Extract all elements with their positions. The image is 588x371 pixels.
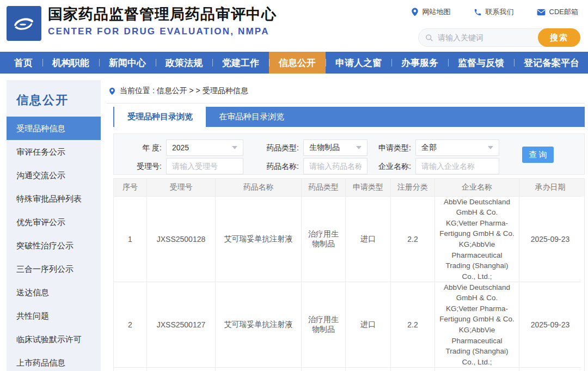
tab-under-review-catalog[interactable]: 在审品种目录浏览	[206, 107, 297, 127]
table-row[interactable]: 2 JXSS2500127 艾可瑞妥单抗注射液 治疗用生物制品 进口 2.2 A…	[114, 282, 584, 368]
cde-mail-link[interactable]: CDE邮箱	[537, 7, 578, 17]
sidebar-item-three-in-one[interactable]: 三合一序列公示	[7, 257, 101, 281]
phone-icon	[474, 8, 482, 16]
breadcrumb-text: 当前位置 : 信息公开 > > 受理品种信息	[120, 86, 248, 96]
drug-type-select-value: 生物制品	[309, 143, 340, 153]
year-select[interactable]: 2025	[166, 139, 243, 156]
mail-icon	[537, 9, 546, 16]
acceptance-no-input[interactable]	[172, 162, 237, 171]
sidebar-item-accepted-varieties[interactable]: 受理品种信息	[7, 117, 101, 140]
sidebar-title: 信息公开	[7, 80, 101, 117]
chevron-down-icon	[356, 146, 362, 149]
cde-mail-link-label: CDE邮箱	[549, 7, 578, 17]
breadcrumb-pin-icon	[109, 87, 115, 95]
query-button[interactable]: 查询	[522, 147, 554, 163]
sidebar-item-delivery-info[interactable]: 送达信息	[7, 281, 101, 304]
sidebar-item-breakthrough-therapy[interactable]: 突破性治疗公示	[7, 234, 101, 257]
nav-item-registration-platform[interactable]: 登记备案平台	[514, 52, 588, 74]
chevron-down-icon	[232, 146, 237, 149]
sitemap-link[interactable]: 网站地图	[411, 7, 451, 17]
nav-item-policies[interactable]: 政策法规	[156, 52, 212, 74]
tab-accepted-catalog[interactable]: 受理品种目录浏览	[114, 107, 206, 127]
cell-apply-type: 进口	[346, 282, 391, 368]
cell-registration-class: 2.2	[391, 197, 435, 282]
col-header-drug-type: 药品类型	[302, 179, 346, 197]
cell-acceptance-no: JXSS2500127	[147, 282, 216, 368]
acceptance-no-field	[166, 158, 243, 174]
results-table: 序号 受理号 药品名称 药品类型 申请类型 注册分类 企业名称 承办日期 1 J…	[113, 178, 585, 371]
site-title-chinese: 国家药品监督管理局药品审评中心	[48, 5, 277, 23]
cell-drug-type: 治疗用生物制品	[302, 197, 346, 282]
breadcrumb-divider	[107, 103, 585, 104]
sidebar-item-marketed-drugs[interactable]: 上市药品信息	[7, 351, 101, 371]
table-header-row: 序号 受理号 药品名称 药品类型 申请类型 注册分类 企业名称 承办日期	[114, 179, 584, 197]
nav-item-applicant-window[interactable]: 申请人之窗	[326, 52, 391, 74]
cell-handle-date: 2025-09-23	[519, 197, 581, 282]
drug-type-select[interactable]: 生物制品	[303, 139, 367, 156]
apply-type-label: 申请类型:	[363, 139, 411, 156]
cell-drug-name: 艾可瑞妥单抗注射液	[216, 197, 302, 282]
sidebar-item-common-issues[interactable]: 共性问题	[7, 304, 101, 327]
cell-registration-class: 2.2	[391, 282, 435, 368]
sidebar-item-clinical-trial-implied-license[interactable]: 临床试验默示许可	[7, 327, 101, 351]
sidebar-item-communication[interactable]: 沟通交流公示	[7, 163, 101, 187]
drug-type-label: 药品类型:	[251, 139, 299, 156]
site-search-bar: 搜索	[418, 28, 580, 47]
cde-logo-swoosh-icon	[10, 9, 38, 38]
col-header-company: 企业名称	[435, 179, 519, 197]
nav-item-org-functions[interactable]: 机构职能	[42, 52, 99, 74]
contact-us-link-label: 联系我们	[486, 7, 514, 17]
table-row[interactable]: 1 JXSS2500128 艾可瑞妥单抗注射液 治疗用生物制品 进口 2.2 A…	[114, 197, 584, 282]
table-row-partial	[114, 368, 584, 371]
company-name-label: 企业名称:	[363, 158, 411, 174]
nav-item-info-disclosure[interactable]: 信息公开	[269, 52, 326, 74]
cell-company: AbbVie Deutschland GmbH & Co. KG;Vetter …	[435, 197, 519, 282]
nav-item-party-building[interactable]: 党建工作	[212, 52, 269, 74]
site-header: 国家药品监督管理局药品审评中心 CENTER FOR DRUG EVALUATI…	[0, 0, 588, 52]
sidebar: 信息公开 受理品种信息 审评任务公示 沟通交流公示 特殊审批品种列表 优先审评公…	[7, 80, 101, 371]
cell-acceptance-no: JXSS2500128	[147, 197, 216, 282]
nav-item-supervision-feedback[interactable]: 监督与反馈	[448, 52, 514, 74]
cell-handle-date: 2025-09-23	[519, 282, 581, 368]
apply-type-select[interactable]: 全部	[415, 139, 499, 156]
chevron-down-icon	[488, 146, 493, 149]
cell-drug-type: 治疗用生物制品	[302, 282, 346, 368]
search-button[interactable]: 搜索	[538, 28, 580, 47]
search-icon	[425, 34, 433, 42]
location-pin-icon	[411, 8, 419, 16]
col-header-seq: 序号	[114, 179, 147, 197]
nav-item-services[interactable]: 办事服务	[391, 52, 448, 74]
search-input[interactable]	[438, 33, 530, 42]
contact-us-link[interactable]: 联系我们	[474, 7, 514, 17]
drug-name-label: 药品名称:	[251, 158, 299, 174]
sitemap-link-label: 网站地图	[422, 7, 451, 17]
header-quick-links: 网站地图 联系我们 CDE邮箱	[411, 7, 578, 17]
col-header-acceptance-no: 受理号	[147, 179, 216, 197]
drug-name-field	[303, 158, 367, 174]
col-header-registration-class: 注册分类	[391, 179, 435, 197]
company-name-input[interactable]	[421, 162, 493, 171]
sidebar-item-priority-review[interactable]: 优先审评公示	[7, 210, 101, 234]
col-header-handle-date: 承办日期	[519, 179, 581, 197]
cell-seq: 1	[114, 197, 147, 282]
site-title-english: CENTER FOR DRUG EVALUATION, NMPA	[48, 26, 277, 37]
nav-item-home[interactable]: 首页	[4, 52, 42, 74]
year-label: 年 度:	[114, 139, 162, 156]
drug-name-input[interactable]	[309, 162, 362, 171]
apply-type-select-value: 全部	[421, 143, 437, 153]
cde-logo	[7, 6, 41, 41]
main-navigation: 首页 机构职能 新闻中心 政策法规 党建工作 信息公开 申请人之窗 办事服务 监…	[0, 52, 588, 74]
cell-company: AbbVie Deutschland GmbH & Co. KG;Vetter …	[435, 282, 519, 368]
breadcrumb: 当前位置 : 信息公开 > > 受理品种信息	[109, 86, 585, 96]
sidebar-item-special-approval[interactable]: 特殊审批品种列表	[7, 187, 101, 210]
cell-apply-type: 进口	[346, 197, 391, 282]
col-header-apply-type: 申请类型	[346, 179, 391, 197]
cell-drug-name: 艾可瑞妥单抗注射液	[216, 282, 302, 368]
sidebar-item-review-tasks[interactable]: 审评任务公示	[7, 140, 101, 163]
nav-item-news-center[interactable]: 新闻中心	[99, 52, 156, 74]
content-tabs: 受理品种目录浏览 在审品种目录浏览	[113, 107, 585, 127]
col-header-drug-name: 药品名称	[216, 179, 302, 197]
company-name-field	[415, 158, 499, 174]
year-select-value: 2025	[172, 143, 189, 152]
cde-website-page: 国家药品监督管理局药品审评中心 CENTER FOR DRUG EVALUATI…	[0, 0, 588, 371]
